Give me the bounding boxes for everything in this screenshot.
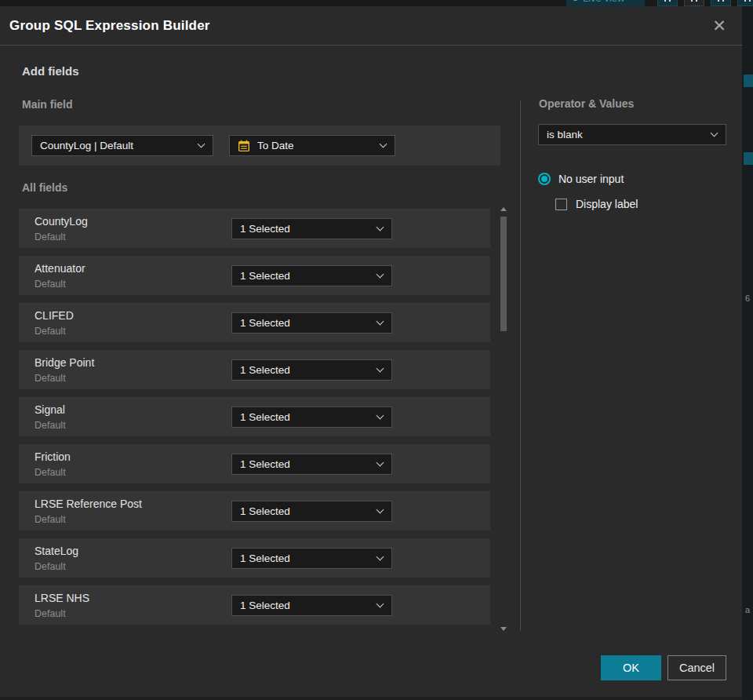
field-subtitle: Default xyxy=(35,467,66,478)
field-row: LRSE NHS Default 1 Selected xyxy=(19,585,490,625)
operator-select[interactable]: is blank xyxy=(538,124,726,145)
field-values-select-label: 1 Selected xyxy=(240,317,290,329)
field-name: LRSE Reference Post xyxy=(35,498,142,510)
chevron-down-icon xyxy=(376,552,384,560)
all-fields-label: All fields xyxy=(22,181,67,194)
live-view-chip[interactable]: Live view xyxy=(566,0,645,6)
field-values-select-label: 1 Selected xyxy=(240,223,290,235)
no-user-input-label: No user input xyxy=(558,173,624,185)
background-app-right-strip: 6 a xyxy=(742,6,753,700)
calendar-icon xyxy=(238,140,250,152)
scroll-up-arrow-icon[interactable] xyxy=(500,207,507,211)
field-values-select[interactable]: 1 Selected xyxy=(231,265,392,286)
field-values-select-label: 1 Selected xyxy=(240,411,290,423)
live-view-dot-icon xyxy=(573,0,578,1)
field-name: Bridge Point xyxy=(35,356,94,369)
field-name: StateLog xyxy=(35,545,78,557)
main-field-date-select[interactable]: To Date xyxy=(229,135,395,156)
operator-select-value: is blank xyxy=(547,129,583,140)
chevron-down-icon xyxy=(376,505,384,513)
all-fields-list: CountyLog Default 1 Selected Attenuator … xyxy=(19,209,490,633)
field-values-select[interactable]: 1 Selected xyxy=(231,454,392,475)
field-row: Attenuator Default 1 Selected xyxy=(19,256,490,295)
chevron-down-icon xyxy=(376,600,384,607)
background-clipped-text: 6 xyxy=(745,293,750,303)
dialog-header: Group SQL Expression Builder ✕ xyxy=(0,6,742,46)
panel-divider xyxy=(520,100,521,631)
scroll-down-arrow-icon[interactable] xyxy=(500,627,507,631)
field-row: LRSE Reference Post Default 1 Selected xyxy=(19,491,490,530)
field-name: Friction xyxy=(35,450,71,463)
widget-button[interactable] xyxy=(684,0,704,6)
field-name: LRSE NHS xyxy=(35,592,89,604)
display-label-label: Display label xyxy=(576,198,638,210)
field-subtitle: Default xyxy=(35,232,66,242)
field-name: Signal xyxy=(35,403,65,416)
no-user-input-radio[interactable]: No user input xyxy=(538,173,624,185)
field-subtitle: Default xyxy=(35,373,66,384)
ok-button[interactable]: OK xyxy=(601,655,661,680)
background-accent-patch xyxy=(744,75,753,87)
field-values-select[interactable]: 1 Selected xyxy=(231,548,392,569)
operator-values-label: Operator & Values xyxy=(539,97,634,110)
field-row: Bridge Point Default 1 Selected xyxy=(19,350,490,389)
field-values-select[interactable]: 1 Selected xyxy=(231,359,392,381)
chevron-down-icon xyxy=(376,223,384,231)
field-subtitle: Default xyxy=(35,279,66,290)
fields-list-scrollbar[interactable] xyxy=(500,207,507,631)
widget-button[interactable] xyxy=(657,0,678,6)
main-field-panel: CountyLog | Default To Date xyxy=(19,126,500,166)
field-row: StateLog Default 1 Selected xyxy=(19,538,490,578)
field-values-select[interactable]: 1 Selected xyxy=(231,407,392,428)
field-values-select-label: 1 Selected xyxy=(240,552,290,564)
field-values-select[interactable]: 1 Selected xyxy=(231,312,392,334)
dialog-title: Group SQL Expression Builder xyxy=(9,18,210,34)
widget-button[interactable] xyxy=(711,0,731,6)
field-name: CLIFED xyxy=(35,309,74,322)
field-values-select-label: 1 Selected xyxy=(240,505,290,517)
background-accent-patch xyxy=(744,152,753,165)
chevron-down-icon xyxy=(376,411,384,419)
scrollbar-thumb[interactable] xyxy=(500,217,507,331)
background-app-top-strip: Live view xyxy=(0,0,753,6)
field-row: CLIFED Default 1 Selected xyxy=(19,303,490,342)
field-subtitle: Default xyxy=(35,514,66,525)
main-field-label: Main field xyxy=(22,98,73,111)
checkbox-unchecked-icon xyxy=(555,199,567,210)
close-icon[interactable]: ✕ xyxy=(709,16,729,36)
cancel-button[interactable]: Cancel xyxy=(668,655,726,680)
field-subtitle: Default xyxy=(35,420,66,431)
field-values-select-label: 1 Selected xyxy=(240,600,290,611)
field-values-select-label: 1 Selected xyxy=(240,364,290,376)
main-field-select-value: CountyLog | Default xyxy=(40,140,133,151)
radio-selected-icon xyxy=(538,173,551,185)
main-field-select[interactable]: CountyLog | Default xyxy=(31,135,213,156)
add-fields-heading: Add fields xyxy=(22,64,79,78)
field-row: CountyLog Default 1 Selected xyxy=(19,209,490,248)
field-values-select[interactable]: 1 Selected xyxy=(231,501,392,522)
group-sql-expression-builder-dialog: Group SQL Expression Builder ✕ Add field… xyxy=(0,6,742,697)
chevron-down-icon xyxy=(711,129,718,137)
field-name: Attenuator xyxy=(35,262,85,275)
field-subtitle: Default xyxy=(35,561,66,572)
field-values-select[interactable]: 1 Selected xyxy=(231,595,392,616)
chevron-down-icon xyxy=(376,270,384,278)
field-subtitle: Default xyxy=(35,608,66,619)
chevron-down-icon xyxy=(376,317,384,325)
field-values-select-label: 1 Selected xyxy=(240,270,290,282)
widget-button[interactable] xyxy=(737,0,753,6)
background-clipped-text: a xyxy=(745,605,750,614)
field-subtitle: Default xyxy=(35,326,66,337)
display-label-checkbox[interactable]: Display label xyxy=(555,198,638,210)
field-name: CountyLog xyxy=(35,215,88,228)
field-values-select-label: 1 Selected xyxy=(240,458,290,470)
background-app-bottom-strip xyxy=(0,697,742,700)
field-row: Signal Default 1 Selected xyxy=(19,397,490,436)
chevron-down-icon xyxy=(376,458,384,466)
main-field-date-select-value: To Date xyxy=(257,140,294,151)
chevron-down-icon xyxy=(198,140,206,148)
chevron-down-icon xyxy=(376,364,384,372)
live-view-label: Live view xyxy=(583,0,624,4)
chevron-down-icon xyxy=(380,140,387,148)
field-values-select[interactable]: 1 Selected xyxy=(231,218,392,239)
